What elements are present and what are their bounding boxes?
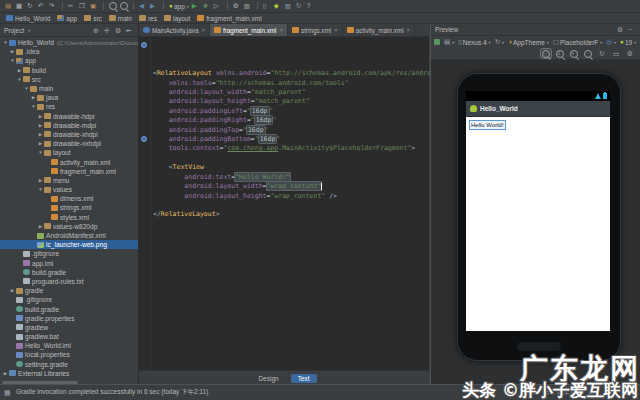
- status-utf-8[interactable]: UTF-8: [557, 390, 574, 396]
- tree-item-gradle-properties[interactable]: gradle.properties: [0, 314, 138, 323]
- notifications-icon[interactable]: ▣: [588, 389, 594, 396]
- avd-manager-icon[interactable]: ▯: [263, 2, 271, 10]
- tree-item-fragment-main-xml[interactable]: fragment_main.xml: [0, 167, 138, 176]
- tree-item-layout[interactable]: ▼layout: [0, 148, 138, 157]
- tree-item-drawable-xhdpi[interactable]: ▶drawable-xhdpi: [0, 130, 138, 139]
- hide-panel-icon[interactable]: ⇤: [126, 25, 134, 36]
- close-icon[interactable]: ×: [334, 27, 338, 33]
- synchronize-icon[interactable]: ↻: [27, 2, 35, 10]
- tree-item-hello-world[interactable]: ▼Hello_World(C:\Users\Administrator\Docu…: [0, 38, 138, 47]
- lock-icon[interactable]: ▫: [580, 390, 582, 396]
- breadcrumb-item-res[interactable]: res: [139, 15, 157, 22]
- tree-item-proguard-rules-txt[interactable]: proguard-rules.txt: [0, 277, 138, 286]
- tree-item-strings-xml[interactable]: strings.xml: [0, 203, 138, 212]
- tab-fragment-main-xml[interactable]: fragment_main.xml×: [210, 24, 288, 36]
- tree-item-menu[interactable]: ▶menu: [0, 176, 138, 185]
- preview-settings-gear-icon[interactable]: ⚙: [617, 24, 625, 35]
- tree-item-build-gradle[interactable]: build.gradle: [0, 304, 138, 313]
- open-project-icon[interactable]: ▤: [5, 2, 13, 10]
- zoom-actual-size-icon[interactable]: [555, 49, 565, 58]
- tree-item-java[interactable]: ▶java: [0, 93, 138, 102]
- chevron-down-icon[interactable]: ▼: [30, 104, 37, 109]
- tree-item-drawable-mdpi[interactable]: ▶drawable-mdpi: [0, 121, 138, 130]
- tree-item-app-iml[interactable]: app.iml: [0, 259, 138, 268]
- tree-item-gitignore[interactable]: .gitignore: [0, 295, 138, 304]
- sdk-manager-icon[interactable]: ◆: [274, 2, 282, 10]
- chevron-right-icon[interactable]: ▶: [37, 123, 44, 128]
- tree-item-drawable-xxhdpi[interactable]: ▶drawable-xxhdpi: [0, 139, 138, 148]
- close-icon[interactable]: ×: [280, 27, 284, 33]
- tree-item-settings-gradle[interactable]: settings.gradle: [0, 360, 138, 369]
- chevron-right-icon[interactable]: ▶: [37, 178, 44, 183]
- chevron-right-icon[interactable]: ▶: [9, 49, 16, 54]
- configuration-menu[interactable]: ▤▾: [444, 38, 454, 46]
- scroll-to-source-icon[interactable]: ✛: [104, 25, 112, 36]
- tree-item-androidmanifest-xml[interactable]: AndroidManifest.xml: [0, 231, 138, 240]
- tab-activity-main-xml[interactable]: activity_main.xml×: [343, 24, 415, 36]
- breadcrumb-item-main[interactable]: main: [109, 15, 132, 22]
- preview-options-icon[interactable]: ⚙: [625, 49, 635, 58]
- device-selector[interactable]: ▯Nexus 4▾: [458, 38, 490, 46]
- tree-item-gitignore[interactable]: .gitignore: [0, 249, 138, 258]
- api-version-selector[interactable]: ●19▾: [620, 38, 636, 46]
- tree-item-src[interactable]: ▼src: [0, 75, 138, 84]
- redo-icon[interactable]: ↷: [49, 2, 57, 10]
- tree-item-idea[interactable]: ▶.idea: [0, 47, 138, 56]
- locale-selector[interactable]: ◎▾: [606, 38, 616, 46]
- gradle-sync-icon[interactable]: ↻: [296, 2, 304, 10]
- chevron-right-icon[interactable]: ▶: [37, 224, 44, 229]
- save-all-icon[interactable]: ▦: [16, 2, 24, 10]
- chevron-down-icon[interactable]: ▼: [37, 150, 44, 155]
- tree-item-gradlew-bat[interactable]: gradlew.bat: [0, 332, 138, 341]
- frame-toggle-icon[interactable]: ▭: [611, 49, 621, 58]
- chevron-right-icon[interactable]: ▶: [9, 288, 16, 293]
- cut-icon[interactable]: ✂: [68, 2, 76, 10]
- breadcrumb-item-src[interactable]: src: [84, 15, 102, 22]
- chevron-right-icon[interactable]: ▶: [37, 141, 44, 146]
- mode-tab-text[interactable]: Text: [291, 374, 317, 383]
- back-icon[interactable]: ◀: [139, 2, 147, 10]
- chevron-right-icon[interactable]: ▶: [2, 371, 9, 376]
- tree-item-app[interactable]: ▼app: [0, 56, 138, 65]
- tab-mainactivity-java[interactable]: MainActivity.java×: [139, 24, 210, 36]
- forward-icon[interactable]: ▶: [150, 2, 158, 10]
- find-icon[interactable]: [109, 2, 117, 10]
- breadcrumb-item-hello-world[interactable]: Hello_World: [6, 15, 50, 22]
- theme-selector[interactable]: ◑AppTheme▾: [508, 38, 549, 46]
- tree-item-gradlew[interactable]: gradlew: [0, 323, 138, 332]
- chevron-down-icon[interactable]: ▼: [16, 77, 23, 82]
- chevron-down-icon[interactable]: ▼: [9, 58, 16, 63]
- close-icon[interactable]: ×: [201, 27, 205, 33]
- run-icon[interactable]: ▶: [192, 2, 200, 10]
- tree-item-local-properties[interactable]: local.properties: [0, 350, 138, 359]
- replace-icon[interactable]: [120, 2, 128, 10]
- status-lf[interactable]: LF:: [543, 390, 552, 396]
- chevron-down-icon[interactable]: ▼: [2, 40, 9, 45]
- tab-strings-xml[interactable]: strings.xml×: [288, 24, 343, 36]
- tree-item-ic-launcher-web-png[interactable]: ic_launcher-web.png: [0, 240, 138, 249]
- tree-item-dimens-xml[interactable]: dimens.xml: [0, 194, 138, 203]
- attach-debugger-icon[interactable]: ▷: [214, 2, 222, 10]
- debug-icon[interactable]: ❉: [203, 2, 211, 10]
- breadcrumb-item-fragment-main-xml[interactable]: fragment_main.xml: [197, 15, 261, 22]
- device-monitor-icon[interactable]: ▥: [285, 2, 293, 10]
- tree-item-build-gradle[interactable]: build.gradle: [0, 268, 138, 277]
- help-icon[interactable]: ?: [307, 2, 315, 10]
- gutter-android-icon[interactable]: [141, 42, 147, 48]
- tree-item-hello-world-iml[interactable]: Hello_World.iml: [0, 341, 138, 350]
- breadcrumb-item-app[interactable]: app: [57, 15, 77, 22]
- refresh-icon[interactable]: ↻: [597, 49, 607, 58]
- chevron-down-icon[interactable]: ▼: [37, 187, 44, 192]
- tree-item-values-w820dp[interactable]: ▶values-w820dp: [0, 222, 138, 231]
- breadcrumb-item-layout[interactable]: layout: [164, 15, 190, 22]
- chevron-right-icon[interactable]: ▶: [30, 95, 37, 100]
- tree-item-styles-xml[interactable]: styles.xml: [0, 213, 138, 222]
- chevron-down-icon[interactable]: ▼: [23, 86, 30, 91]
- settings-icon[interactable]: ⚙: [233, 2, 241, 10]
- paste-icon[interactable]: ▣: [90, 2, 98, 10]
- render-status-indicator[interactable]: [434, 39, 440, 45]
- run-configuration-selector[interactable]: ●app▾: [169, 1, 189, 12]
- tree-item-gradle[interactable]: ▶gradle: [0, 286, 138, 295]
- settings-gear-icon[interactable]: ⚙: [115, 25, 123, 36]
- zoom-fit-icon[interactable]: [541, 49, 551, 58]
